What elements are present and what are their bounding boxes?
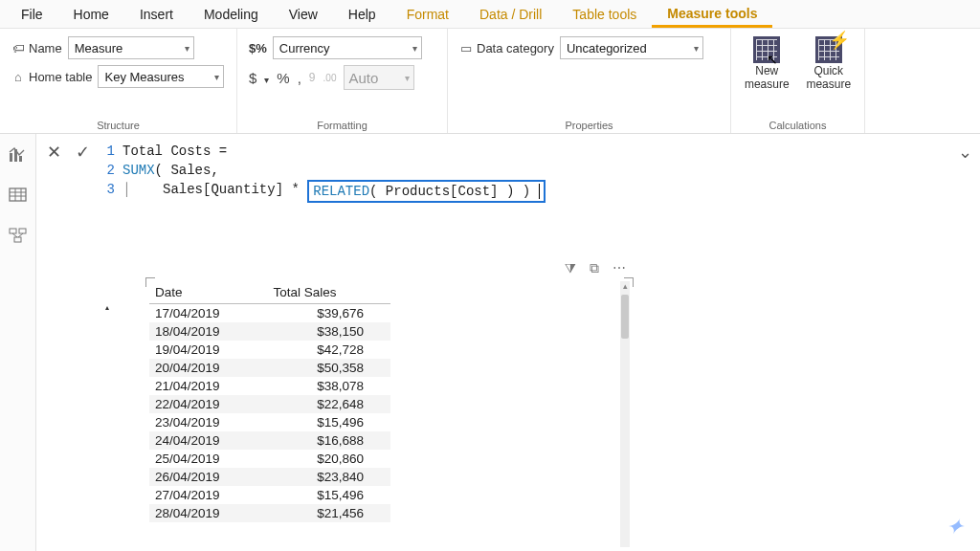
table-row[interactable]: 28/04/2019$21,456	[149, 504, 390, 522]
table-cell: $23,840	[267, 468, 390, 486]
table-row[interactable]: 25/04/2019$20,860	[149, 450, 390, 468]
svg-rect-10	[14, 237, 21, 242]
filter-icon[interactable]: ⧩	[565, 260, 576, 276]
table-cell: 21/04/2019	[149, 377, 267, 395]
menu-data-drill[interactable]: Data / Drill	[464, 1, 557, 28]
table-cell: 18/04/2019	[149, 322, 267, 341]
expand-formula-button[interactable]: ⌄	[955, 142, 974, 163]
comma-button[interactable]: ,	[298, 70, 301, 86]
table-cell: 25/04/2019	[149, 450, 267, 468]
menu-file[interactable]: File	[6, 1, 58, 28]
data-view-icon[interactable]	[9, 187, 28, 203]
svg-rect-0	[10, 153, 12, 162]
table-cell: $38,150	[267, 322, 390, 341]
group-structure: 🏷Name Measure ⌂Home table Key Measures S…	[0, 29, 237, 133]
menu-format[interactable]: Format	[391, 1, 464, 28]
svg-rect-8	[10, 229, 16, 233]
table-row[interactable]: 27/04/2019$15,496	[149, 486, 390, 504]
decimal-places-input[interactable]: Auto	[344, 65, 414, 90]
formula-line-3-boxed: ( Products[Cost] ) )	[369, 184, 530, 199]
table-row[interactable]: 26/04/2019$23,840	[149, 468, 390, 486]
cursor-icon: ↖	[767, 52, 778, 67]
table-cell: $22,648	[267, 395, 390, 413]
menu-modeling[interactable]: Modeling	[189, 1, 274, 28]
col-header-total-sales[interactable]: Total Sales	[267, 281, 390, 304]
formula-line-3-pre: Sales[Quantity] *	[130, 180, 307, 203]
table-row[interactable]: 23/04/2019$15,496	[149, 413, 390, 431]
format-prefix: $%	[249, 41, 267, 55]
table-cell: 24/04/2019	[149, 431, 267, 450]
table-row[interactable]: 19/04/2019$42,728	[149, 341, 390, 359]
svg-rect-2	[19, 156, 22, 162]
group-calculations-label: Calculations	[743, 118, 853, 131]
currency-button[interactable]: $	[249, 70, 256, 86]
svg-line-12	[18, 233, 23, 237]
formula-highlight-box: RELATED( Products[Cost] ) )	[307, 180, 545, 203]
menu-home[interactable]: Home	[58, 1, 124, 28]
home-table-label: ⌂Home table	[11, 70, 92, 84]
model-view-icon[interactable]	[9, 228, 28, 243]
data-table: Date Total Sales 17/04/2019$39,67618/04/…	[149, 281, 390, 522]
data-category-select[interactable]: Uncategorized	[560, 36, 703, 59]
new-measure-button[interactable]: ↖ New measure	[743, 36, 791, 92]
formula-bar: ✕ ✓ 1Total Costs = 2SUMX( Sales, 3│ Sale…	[44, 142, 974, 203]
table-row[interactable]: 24/04/2019$16,688	[149, 431, 390, 450]
table-cell: $15,496	[267, 486, 390, 504]
scrollbar-thumb[interactable]	[621, 295, 629, 339]
table-visual[interactable]: ⧩ ⧉ ⋯ Date Total Sales 17/04/2019$39,676…	[145, 260, 634, 547]
group-properties-label: Properties	[459, 118, 719, 131]
table-row[interactable]: 21/04/2019$38,078	[149, 377, 390, 395]
menu-table-tools[interactable]: Table tools	[557, 1, 652, 28]
svg-rect-3	[10, 188, 26, 201]
vertical-scrollbar[interactable]	[620, 281, 630, 547]
table-row[interactable]: 18/04/2019$38,150	[149, 322, 390, 341]
table-cell: 26/04/2019	[149, 468, 267, 486]
formula-line-1: Total Costs =	[122, 142, 227, 161]
table-cell: 27/04/2019	[149, 486, 267, 504]
thousands-button[interactable]: 9	[309, 71, 316, 84]
formula-editor[interactable]: 1Total Costs = 2SUMX( Sales, 3│ Sales[Qu…	[101, 142, 946, 203]
col-header-date[interactable]: Date	[149, 281, 267, 304]
formula-kw-related: RELATED	[313, 184, 369, 199]
table-cell: 28/04/2019	[149, 504, 267, 522]
table-row[interactable]: 22/04/2019$22,648	[149, 395, 390, 413]
menubar: File Home Insert Modeling View Help Form…	[0, 0, 980, 29]
category-icon: ▭	[459, 41, 473, 55]
watermark-icon: ✦	[944, 515, 966, 540]
table-cell: 20/04/2019	[149, 359, 267, 377]
group-formatting-label: Formatting	[249, 118, 435, 131]
table-cell: $42,728	[267, 341, 390, 359]
percent-button[interactable]: %	[277, 70, 289, 86]
home-icon: ⌂	[11, 70, 25, 84]
group-calculations: ↖ New measure ⚡ Quick measure Calculatio…	[731, 29, 865, 133]
quick-measure-button[interactable]: ⚡ Quick measure	[805, 36, 854, 92]
commit-formula-button[interactable]: ✓	[73, 142, 92, 163]
focus-mode-icon[interactable]: ⧉	[590, 260, 599, 276]
table-cell: 22/04/2019	[149, 395, 267, 413]
table-row[interactable]: 20/04/2019$50,358	[149, 359, 390, 377]
cancel-formula-button[interactable]: ✕	[44, 142, 63, 163]
menu-measure-tools[interactable]: Measure tools	[652, 0, 772, 28]
group-structure-label: Structure	[11, 118, 225, 131]
group-properties: ▭Data category Uncategorized Properties	[448, 29, 731, 133]
name-input[interactable]: Measure	[68, 36, 194, 59]
more-options-icon[interactable]: ⋯	[612, 260, 626, 276]
ribbon: 🏷Name Measure ⌂Home table Key Measures S…	[0, 29, 980, 134]
table-cell: $50,358	[267, 359, 390, 377]
view-rail	[0, 134, 36, 551]
menu-insert[interactable]: Insert	[124, 1, 189, 28]
menu-view[interactable]: View	[274, 1, 333, 28]
report-view-icon[interactable]	[9, 147, 28, 163]
table-cell: $38,078	[267, 377, 390, 395]
table-row[interactable]: 17/04/2019$39,676	[149, 304, 390, 323]
home-table-select[interactable]: Key Measures	[98, 65, 224, 88]
data-category-label: ▭Data category	[459, 41, 554, 55]
currency-dropdown-icon[interactable]: ▾	[264, 75, 269, 85]
menu-help[interactable]: Help	[333, 1, 391, 28]
format-select[interactable]: Currency	[273, 36, 422, 59]
group-formatting: $% Currency $ ▾ % , 9 .00 Auto Formattin…	[237, 29, 448, 133]
table-cell: $15,496	[267, 413, 390, 431]
decimal-button[interactable]: .00	[323, 73, 337, 83]
lightning-icon: ⚡	[829, 31, 850, 51]
text-caret	[530, 184, 539, 199]
